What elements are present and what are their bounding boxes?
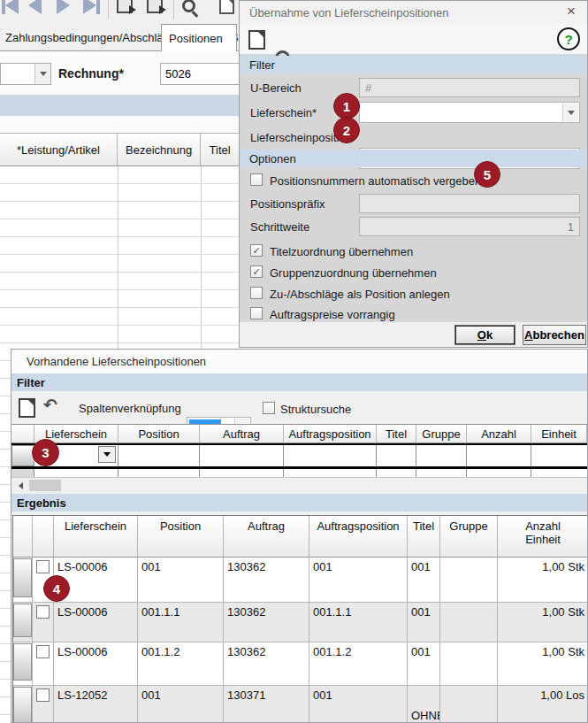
column-header[interactable]: Gruppe [416, 425, 467, 443]
filter-cell[interactable] [467, 445, 531, 466]
last-record-icon[interactable] [83, 0, 100, 16]
dialog-title: Übernahme von Lieferscheinpositionen [240, 6, 448, 19]
help-glyph: ? [564, 32, 572, 47]
options-section-header: Optionen [240, 150, 587, 167]
row-selector[interactable] [13, 558, 32, 597]
table-row[interactable]: LS-00006 001 130362 001 001 1,00 Stk [13, 558, 588, 603]
table-row[interactable]: LS-12052 001 130371 001 OHNE 1,00 Los [13, 686, 588, 723]
cell-auftrag: 130362 [224, 603, 309, 642]
previous-record-icon[interactable] [28, 0, 42, 16]
row-selector[interactable] [11, 445, 34, 466]
grid-line [118, 166, 118, 349]
cell-lieferschein: LS-00006 [54, 642, 138, 685]
header-combo[interactable] [0, 63, 51, 85]
row-selector[interactable] [13, 687, 32, 723]
column-header[interactable]: Auftragsposition [284, 425, 377, 443]
undo-icon[interactable]: ↶ [43, 398, 57, 412]
row-checkbox[interactable] [36, 605, 50, 619]
column-header[interactable]: Titel [201, 133, 239, 166]
scroll-left-button[interactable] [13, 479, 27, 492]
chevron-down-icon[interactable] [34, 64, 50, 84]
filter-cell[interactable] [284, 445, 377, 466]
help-icon[interactable]: ? [557, 27, 580, 50]
transfer-icon[interactable] [117, 0, 133, 16]
scrollbar-thumb[interactable] [29, 480, 61, 491]
filter-dropdown-button[interactable] [98, 446, 116, 463]
step-label: Schrittweite [250, 220, 309, 234]
transfer-dialog-titlebar[interactable]: Übernahme von Lieferscheinpositionen × [240, 1, 587, 25]
table-row[interactable]: LS-00006 001.1.1 130362 001.1.1 001 1,00… [13, 603, 588, 642]
cell-gruppe [440, 686, 498, 723]
struktursuche-checkbox[interactable] [263, 402, 275, 414]
auftragspreise-checkbox[interactable] [250, 307, 263, 319]
column-header[interactable]: Lieferschein [54, 516, 138, 558]
annotation-badge-2: 2 [333, 117, 360, 143]
result-section-header: Ergebnis [11, 494, 588, 511]
row-selector[interactable] [13, 604, 32, 637]
column-header[interactable]: Auftrag [200, 425, 284, 443]
ok-button[interactable]: Ok [454, 325, 515, 345]
new-document-icon[interactable] [248, 30, 265, 50]
existing-dialog-titlebar[interactable]: Vorhandene Lieferscheinpositionen [11, 350, 587, 374]
options-section-label: Optionen [240, 152, 296, 165]
tab-bar: Zahlungsbedingungen/Abschläge Positionen… [0, 21, 239, 51]
tab-positionen[interactable]: Positionen [161, 24, 237, 51]
struktursuche-label: Struktursuche [280, 403, 351, 416]
column-header[interactable]: Auftragsposition [309, 516, 408, 558]
abschlaege-checkbox[interactable] [250, 287, 263, 299]
first-record-icon[interactable] [2, 0, 19, 16]
column-header[interactable]: Bezeichnung [118, 133, 201, 166]
filter-cell[interactable] [416, 445, 467, 466]
filter-grid: Lieferschein Position Auftrag Auftragspo… [11, 424, 587, 480]
cell-titel: OHNE [408, 686, 440, 723]
auto-numbers-checkbox[interactable] [250, 173, 263, 186]
filter-section-label: Filter [240, 58, 275, 72]
column-header[interactable]: Position [118, 425, 200, 443]
new-filter-icon[interactable] [19, 398, 35, 418]
lieferschein-combo[interactable] [359, 102, 580, 123]
column-header[interactable]: Titel [377, 425, 416, 443]
transfer-dialog: Übernahme von Lieferscheinpositionen × ?… [239, 0, 588, 348]
tab-zahlungsbedingungen[interactable]: Zahlungsbedingungen/Abschläge [0, 25, 173, 50]
table-row[interactable]: LS-00006 001.1.2 130362 001.1.2 001 1,00… [13, 642, 588, 686]
cell-position: 001.1.1 [138, 603, 224, 642]
column-header[interactable]: *Leistung/Artikel [0, 133, 118, 166]
row-checkbox[interactable] [36, 688, 50, 702]
filter-cell[interactable] [531, 445, 587, 466]
search-icon[interactable] [182, 0, 195, 16]
cell-titel: 001 [408, 642, 440, 685]
column-header[interactable]: Anzahl Einheit [498, 516, 588, 558]
close-icon[interactable]: × [562, 3, 580, 20]
filter-cell[interactable] [200, 445, 284, 466]
cell-auftrag: 130362 [224, 558, 309, 602]
cell-titel: 001 [408, 558, 440, 602]
cell-auftragsposition: 001.1.2 [309, 642, 408, 685]
row-checkbox[interactable] [36, 560, 50, 573]
filter-cell[interactable] [377, 445, 416, 466]
chevron-down-icon[interactable] [562, 104, 578, 121]
horizontal-scrollbar[interactable] [11, 477, 587, 493]
filter-input-row [11, 443, 587, 469]
titelzuordnung-checkbox[interactable]: ✓ [250, 244, 263, 257]
column-header[interactable]: Gruppe [440, 516, 498, 558]
gruppenzuordnung-checkbox[interactable]: ✓ [250, 265, 263, 278]
column-header[interactable]: Position [138, 516, 224, 558]
u-bereich-label: U-Bereich [250, 81, 302, 95]
column-header[interactable]: Anzahl [467, 425, 531, 443]
section-band [0, 95, 239, 116]
row-selector[interactable] [13, 643, 32, 681]
invoice-number-field[interactable]: 5026 [160, 63, 240, 85]
positions-grid-header: *Leistung/Artikel Bezeichnung Titel [0, 133, 239, 166]
annotation-badge-3: 3 [32, 439, 59, 466]
cancel-button[interactable]: Abbrechen [523, 325, 586, 345]
spaltenverknuepfung-label: Spaltenverknüpfung [79, 402, 181, 415]
cell-auftrag: 130371 [224, 686, 309, 723]
column-header[interactable]: Auftrag [224, 516, 309, 558]
next-record-icon[interactable] [57, 0, 70, 16]
document-icon[interactable] [219, 0, 234, 16]
column-header[interactable]: Einheit [531, 425, 587, 443]
filter-cell[interactable] [118, 445, 200, 466]
row-checkbox[interactable] [36, 645, 50, 658]
send-icon[interactable] [147, 0, 163, 16]
column-header[interactable]: Titel [408, 516, 440, 558]
